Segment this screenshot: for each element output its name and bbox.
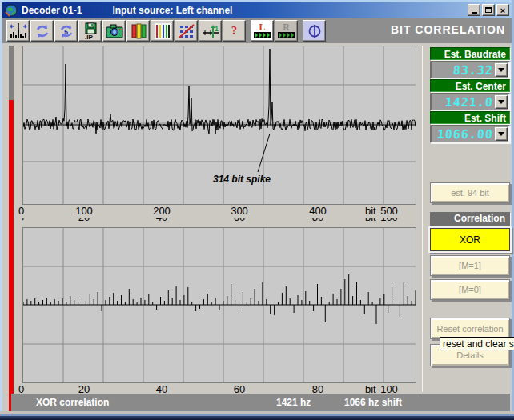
axis-tick: 400 (309, 205, 327, 217)
camera-icon (106, 24, 123, 38)
save-ip-button[interactable]: .IP (78, 20, 102, 42)
clipped-axis-labels: 0 20 40 60 80 bit 100 (22, 218, 415, 225)
chevron-down-icon (498, 68, 504, 72)
xor-correlation-stems (23, 228, 416, 382)
top-chart-x-axis: 0 100 200 300 400 bit 500 (22, 205, 415, 218)
svg-text:5: 5 (64, 28, 68, 36)
est-center-group: Est. Center 1421.0 (430, 79, 510, 111)
color-bars-button[interactable] (126, 20, 150, 42)
svg-text:1: 1 (215, 25, 219, 33)
right-channel-button[interactable]: R (275, 20, 298, 42)
close-icon: × (500, 6, 505, 14)
power-icon (307, 24, 322, 38)
axis-tick: 100 (75, 205, 93, 217)
status-shift-freq: 1066 hz shift (344, 397, 402, 408)
est-shift-label: Est. Shift (430, 111, 510, 124)
est-baudrate-display: 83.32 (430, 61, 510, 79)
est-center-display: 1421.0 (430, 93, 510, 111)
xor-button[interactable]: XOR (430, 228, 510, 251)
color-bars-icon (131, 23, 147, 39)
help-button[interactable]: ? (223, 20, 246, 42)
left-channel-icon: L (259, 23, 265, 32)
est-center-label: Est. Center (430, 79, 510, 92)
refresh-button[interactable] (30, 20, 54, 42)
toolbar: 5 .IP (2, 18, 512, 43)
maximize-icon (485, 7, 492, 13)
xor-correlation-chart (22, 227, 416, 383)
power-button[interactable] (303, 20, 326, 42)
right-channel-arrows-icon (278, 32, 295, 38)
app-window: Decoder 01-1 Input source: Left channel … (0, 0, 514, 420)
bit-correlation-chart: 314 bit spike (22, 46, 416, 205)
chevron-down-icon (498, 132, 504, 136)
spike-annotation: 314 bit spike (213, 174, 271, 185)
grid-toggle-button[interactable] (175, 20, 198, 42)
est-baudrate-dropdown[interactable] (495, 63, 508, 77)
refresh-icon (34, 23, 50, 39)
level-indicator-red (9, 100, 14, 415)
thin-bars-button[interactable] (151, 20, 174, 42)
axis-tick: 300 (231, 205, 248, 217)
est-shift-display: 1066.00 (430, 125, 510, 143)
spectrum-button[interactable] (6, 20, 30, 42)
status-bar: XOR correlation 1421 hz 1066 hz shift (11, 394, 510, 411)
status-mode: XOR correlation (36, 397, 109, 408)
reset-correlation-button[interactable]: Reset correlation (430, 318, 510, 339)
axis-tick: 80 (312, 218, 323, 223)
page-title: BIT CORRELATION (329, 23, 505, 36)
marker-button[interactable]: 1 (199, 20, 222, 42)
refresh-5-button[interactable]: 5 (54, 20, 78, 42)
svg-text:.IP: .IP (85, 34, 93, 40)
title-bar: Decoder 01-1 Input source: Left channel … (2, 2, 512, 18)
panel-divider (420, 46, 423, 392)
est-baudrate-label: Est. Baudrate (430, 47, 510, 60)
axis-tick: 100 (380, 218, 398, 223)
est-center-value: 1421.0 (431, 95, 495, 110)
axis-unit-label: bit (365, 205, 376, 217)
m1-button[interactable]: [M=1] (430, 255, 510, 276)
thin-bars-icon (155, 23, 171, 39)
window-border (0, 416, 514, 420)
refresh-5-icon: 5 (58, 23, 74, 39)
status-center-freq: 1421 hz (276, 397, 311, 408)
chevron-down-icon (498, 100, 504, 104)
axis-tick: 40 (156, 218, 167, 223)
est-baudrate-group: Est. Baudrate 83.32 (430, 47, 510, 79)
est-shift-value: 1066.00 (431, 127, 495, 142)
axis-tick: 60 (234, 218, 245, 223)
correlation-header: Correlation (430, 212, 510, 226)
minimize-button[interactable] (468, 4, 480, 16)
right-channel-icon: R (283, 23, 290, 32)
left-channel-arrows-icon (254, 32, 271, 38)
axis-tick: 200 (153, 205, 171, 217)
spectrum-icon (10, 22, 27, 39)
est-bit-button[interactable]: est. 94 bit (430, 182, 510, 203)
maximize-button[interactable] (482, 4, 495, 16)
axis-tick: 20 (78, 218, 90, 223)
level-indicator-gray (9, 46, 14, 100)
axis-tick: 0 (22, 218, 24, 223)
client-area: 314 bit spike 0 100 200 300 400 bit 500 … (2, 43, 512, 394)
axis-marker-icon: 1 (202, 23, 219, 39)
left-channel-button[interactable]: L (251, 20, 274, 42)
est-center-dropdown[interactable] (495, 95, 508, 109)
snapshot-button[interactable] (102, 20, 126, 42)
input-source-label: Input source: Left channel (112, 5, 232, 16)
minimize-icon (472, 12, 477, 14)
save-ip-icon: .IP (82, 22, 98, 40)
axis-tick: 500 (380, 205, 398, 217)
est-shift-group: Est. Shift 1066.00 (430, 111, 510, 143)
axis-unit-label: bit (365, 218, 376, 223)
grid-slash-icon (179, 23, 195, 39)
reset-tooltip: reset and clear screen (440, 337, 514, 350)
window-title: Decoder 01-1 (22, 5, 82, 16)
help-icon: ? (231, 25, 237, 38)
est-shift-dropdown[interactable] (495, 127, 508, 141)
app-icon (5, 4, 18, 17)
axis-tick: 0 (18, 205, 24, 217)
close-button[interactable]: × (496, 4, 509, 16)
m0-button[interactable]: [M=0] (430, 279, 510, 300)
est-baudrate-value: 83.32 (431, 63, 495, 78)
